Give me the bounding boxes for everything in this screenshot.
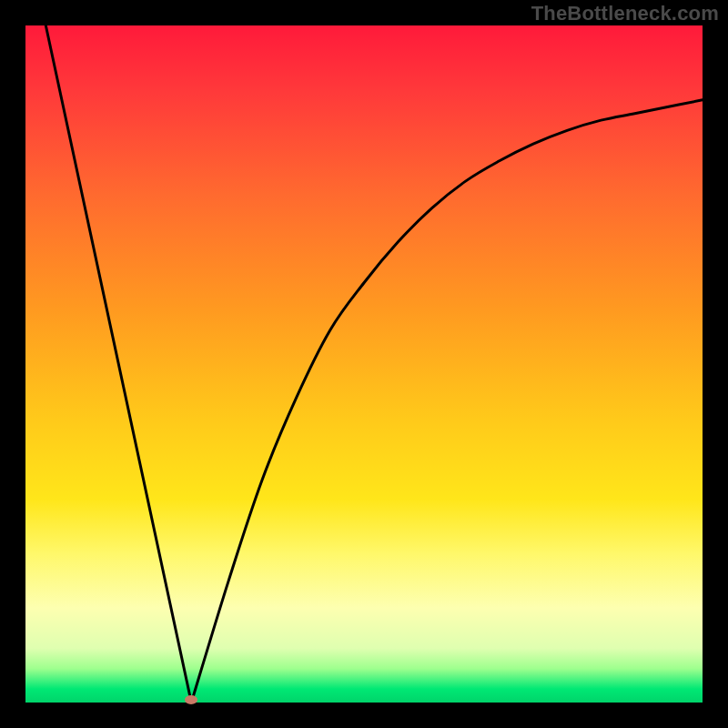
vertex-marker — [185, 695, 197, 704]
chart-curve-layer — [25, 25, 703, 703]
curve-right-branch — [191, 100, 703, 703]
watermark-text: TheBottleneck.com — [531, 2, 719, 25]
curve-left-branch — [46, 25, 191, 703]
chart-frame: TheBottleneck.com — [0, 0, 728, 728]
plot-area — [25, 25, 703, 703]
